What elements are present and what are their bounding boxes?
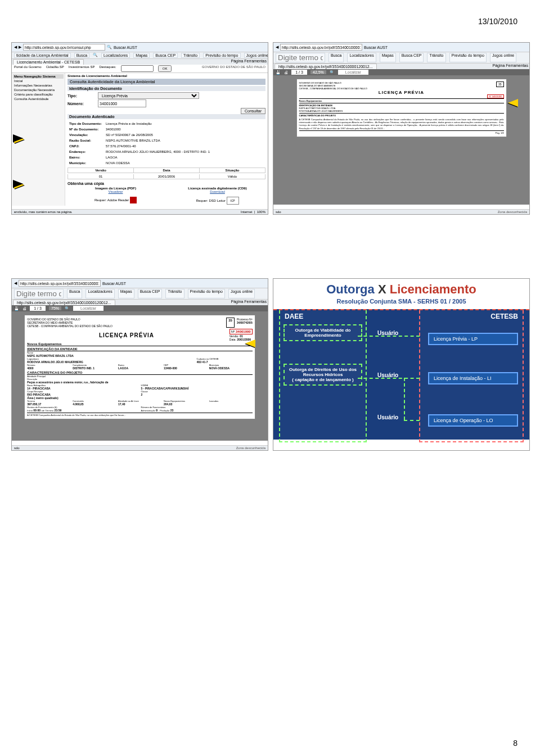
gov-cidadao[interactable]: Cidadão.SP: [46, 65, 64, 72]
slide-title: Outorga X Licenciamento: [273, 279, 529, 297]
versao-row: 01 20/01/2006 Válido: [68, 174, 266, 179]
link-visualizar[interactable]: Visualizar: [109, 190, 123, 193]
side-inicial[interactable]: Inicial: [13, 79, 64, 83]
url-input[interactable]: [23, 44, 105, 51]
lbl-tipo: Tipo:: [68, 94, 96, 98]
screenshot-pdf-small: ◀ Buscar AUST Busca Localizadores Mapas …: [273, 42, 530, 215]
sel-tipo[interactable]: Licença Prévia: [98, 92, 199, 99]
lic-num-box: Nº 34001000: [230, 329, 253, 334]
sidebar-head: Menu Navegação Sistema: [13, 74, 64, 79]
seq-box: 35: [496, 82, 504, 87]
search-toolbar: ticidade da Licença Ambiental Busca 🔍 Lo…: [12, 52, 268, 59]
zoom-value[interactable]: 42,5%: [310, 70, 326, 74]
req-dsd: Requer: DSD Leitor: [196, 199, 225, 202]
lic-smalltext: A CETESB Companhia Ambiental do Estado d…: [299, 118, 504, 130]
usuario-3: Usuário: [377, 414, 398, 420]
side-doc[interactable]: Documentação Necessária: [13, 88, 64, 92]
connector: [358, 336, 420, 337]
obtenha-title: Obtenha uma cópia: [68, 182, 266, 185]
zoom-value[interactable]: 75%: [49, 306, 61, 310]
gov-ok[interactable]: OK: [158, 65, 172, 72]
status-left: sdo: [276, 210, 281, 214]
tb-tempo[interactable]: Previsão do tempo: [203, 53, 240, 58]
req-adobe: Requer: Adobe Reader: [94, 198, 129, 202]
gov-invest[interactable]: Investimentos SP: [69, 65, 95, 72]
ident-title: Identificação do Documento: [68, 86, 266, 91]
btn-consultar[interactable]: Consultar: [241, 108, 266, 114]
lbl-numero: Número:: [68, 102, 96, 106]
gov-dest-input[interactable]: [121, 65, 154, 72]
lic-title: LICENÇA PRÉVIA: [299, 90, 504, 95]
search-label: Buscar AUST: [114, 46, 137, 49]
arrow-highlight-visualizar: [14, 181, 24, 189]
tb-pagina[interactable]: Página: [231, 59, 244, 65]
consulta-title: Consulta Autenticidade da Licença Ambien…: [68, 79, 266, 85]
icp-icon: ICP: [227, 197, 239, 205]
url-input[interactable]: [19, 280, 101, 287]
search-input[interactable]: [14, 289, 64, 298]
connector: [358, 378, 420, 379]
tab-licenca[interactable]: ticidade da Licença Ambiental: [14, 53, 71, 58]
seq-box: 35: [226, 318, 235, 328]
box-lp: Licença Prévia - LP: [428, 333, 518, 345]
tab-cetesb[interactable]: Licenciamento Ambiental - CETESB: [13, 59, 84, 65]
arrow-highlight-licnum: [245, 339, 255, 347]
box-li: Licença de Instalação - LI: [428, 372, 518, 384]
tb-transito[interactable]: Trânsito: [181, 53, 200, 58]
tb-cep[interactable]: Busca CEP: [153, 53, 178, 58]
tb-ferr[interactable]: Ferramentas: [244, 59, 267, 65]
gov-bar: Portal do Governo Cidadão.SP Investiment…: [12, 65, 268, 73]
tb-mapas[interactable]: Mapas: [133, 53, 150, 58]
adobe-icon: [130, 197, 137, 203]
tab-pdf[interactable]: http://silis.cetesb.sp.gov.br/pdf/353400…: [13, 300, 115, 305]
gov-portal[interactable]: Portal do Governo: [14, 65, 42, 72]
main-panel: Sistema de Licenciamento Ambiental Consu…: [65, 73, 268, 206]
gov-logo: GOVERNO DO ESTADO DE SÃO PAULO: [202, 65, 266, 72]
page-input[interactable]: [30, 306, 46, 311]
save-icon[interactable]: 💾: [276, 70, 281, 75]
pdf-page: GOVERNO DO ESTADO DE SÃO PAULO SECRETARI…: [24, 315, 255, 419]
tab-pdf[interactable]: http://silis.cetesb.sp.gov.br/pdf/353400…: [274, 64, 377, 69]
doc-auth-table: Tipo de Documento:Licença Prévia e de In…: [68, 120, 212, 166]
find-icon[interactable]: 🔍: [330, 70, 335, 75]
tb-jogos[interactable]: Jogos online: [244, 53, 268, 58]
print-icon[interactable]: 🖨: [284, 70, 288, 74]
status-zoom: 100%: [257, 210, 266, 214]
box-lo: Licença de Operação - LO: [428, 414, 518, 427]
status-internet: Internet: [241, 210, 252, 214]
search-input[interactable]: [276, 53, 325, 62]
status-zone: Zona desconhecida: [498, 210, 527, 214]
address-bar: ◀ ▶ 🔍 Buscar AUST: [12, 43, 268, 52]
find-input[interactable]: [338, 70, 368, 75]
sys-title: Sistema de Licenciamento Ambiental: [68, 74, 266, 78]
back-icon[interactable]: ◀: [276, 45, 278, 49]
back-icon[interactable]: ◀: [14, 45, 17, 49]
slide-subtitle: Resolução Conjunta SMA - SERHS 01 / 2005: [273, 298, 529, 305]
page-number: 8: [513, 739, 518, 748]
side-info[interactable]: Informações Necessárias: [13, 83, 64, 88]
status-bar: encluído, mas contém erros na página. In…: [12, 209, 268, 214]
pdf-page: 35 GOVERNO DO ESTADO DE SÃO PAULO SECRET…: [296, 79, 507, 137]
screenshot-pdf-zoom: ◀ Buscar AUST Busca Localizadores Mapas …: [11, 278, 268, 451]
page-input[interactable]: [291, 70, 307, 75]
page-date: 13/10/2010: [478, 17, 518, 26]
url-input[interactable]: [280, 44, 362, 51]
gov-dest: Destaques:: [99, 65, 116, 72]
tb-local[interactable]: Localizadores: [101, 53, 130, 58]
box-outorga-viabilidade: Outorga de Viabilidade do Empreendimento: [284, 324, 362, 341]
link-download[interactable]: Download: [210, 190, 225, 193]
lic-num-box: Nº 34001000: [487, 94, 503, 98]
inp-numero[interactable]: [98, 99, 146, 107]
screenshot-consulta: ◀ ▶ 🔍 Buscar AUST ticidade da Licença Am…: [11, 42, 268, 215]
connector: [404, 420, 420, 421]
slide-outorga-licenciamento: Outorga X Licenciamento Resolução Conjun…: [273, 278, 530, 451]
arrow-highlight-numero: [14, 135, 24, 143]
fwd-icon[interactable]: ▶: [19, 45, 21, 49]
versao-header: Versão Data Situação: [68, 168, 266, 173]
connector: [404, 378, 405, 420]
tb-busca[interactable]: Busca: [74, 53, 89, 58]
side-crit[interactable]: Critério para classificação: [13, 92, 64, 97]
status-err: encluído, mas contém erros na página.: [14, 210, 73, 214]
side-consulta[interactable]: Consulta Autenticidade: [13, 97, 64, 101]
search-icon: 🔍: [93, 53, 98, 58]
